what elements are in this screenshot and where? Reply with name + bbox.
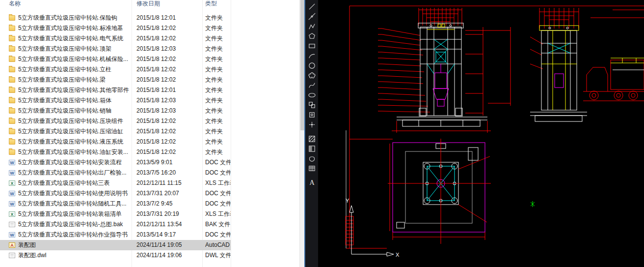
file-row[interactable]: 5立方级垂直式垃圾压缩中转站.销轴 2015/1/8 12:03 文件夹 — [0, 106, 231, 116]
file-name: 5立方级垂直式垃圾压缩中转站.机械保险... — [18, 54, 130, 64]
revision-cloud-icon[interactable] — [306, 70, 317, 80]
file-type: 文件夹 — [205, 33, 231, 44]
file-row[interactable]: 5立方级垂直式垃圾压缩中转站.机械保险... 2015/1/8 12:02 文件… — [0, 54, 231, 64]
file-row[interactable]: 5立方级垂直式垃圾压缩中转站.顶架 2015/1/8 12:03 文件夹 — [0, 44, 231, 54]
arc-icon[interactable] — [306, 51, 317, 60]
ucs-x-label: X — [396, 252, 400, 258]
file-type: 文件夹 — [205, 54, 231, 64]
file-type: XLS 工作表 — [205, 209, 231, 219]
file-type: 文件夹 — [205, 126, 231, 137]
file-name: 5立方级垂直式垃圾压缩中转站.其他零部件 — [18, 85, 130, 95]
column-header-name[interactable]: 名称 — [9, 0, 21, 8]
file-type: DWL 文件 — [205, 250, 231, 261]
file-row[interactable]: 5立方级垂直式垃圾压缩中转站.电气系统 2015/1/8 12:02 文件夹 — [0, 33, 231, 44]
plan-view — [388, 139, 491, 244]
drawing-frame — [346, 6, 644, 248]
scrollbar-thumb[interactable] — [300, 0, 304, 130]
file-type: 文件夹 — [205, 106, 231, 116]
file-row[interactable]: 5立方级垂直式垃圾压缩中转站.压块组件 2015/1/8 12:02 文件夹 — [0, 116, 231, 126]
point-icon[interactable] — [306, 119, 317, 129]
line-icon[interactable] — [306, 1, 317, 11]
folder-file-icon — [9, 98, 15, 103]
file-type: 文件夹 — [205, 137, 231, 147]
file-row[interactable]: 5立方级垂直式垃圾压缩中转站作业指导书 2013/5/14 9:17 DOC 文… — [0, 230, 231, 240]
file-row[interactable]: 5立方级垂直式垃圾压缩中转站.立柱 2015/1/8 12:02 文件夹 — [0, 64, 231, 75]
file-date: 2015/1/8 12:02 — [136, 137, 201, 147]
file-row[interactable]: 5立方级垂直式垃圾压缩中转站三表 2012/12/11 11:15 XLS 工作… — [0, 178, 231, 188]
cad-drawing: X Y — [318, 0, 644, 267]
file-type: 文件夹 — [205, 23, 231, 33]
region-icon[interactable] — [306, 153, 317, 163]
file-name: 装配图.dwl — [18, 250, 130, 261]
file-date: 2015/1/8 12:03 — [136, 44, 201, 54]
file-type: XLS 工作表 — [205, 178, 231, 188]
file-row[interactable]: 5立方级垂直式垃圾压缩中转站.其他零部件 2015/1/8 12:01 文件夹 — [0, 85, 231, 95]
file-row[interactable]: 5立方级垂直式垃圾压缩中转站.压缩油缸 2015/1/8 12:02 文件夹 — [0, 126, 231, 137]
file-name: 5立方级垂直式垃圾压缩中转站.压块组件 — [18, 116, 130, 126]
hatch-icon[interactable] — [306, 134, 317, 144]
file-row[interactable]: 5立方级垂直式垃圾压缩中转站出厂检验... 2013/7/5 16:20 DOC… — [0, 168, 231, 178]
file-type: BAK 文件 — [205, 219, 231, 230]
table-icon[interactable] — [306, 163, 317, 173]
file-type: DOC 文件 — [205, 157, 231, 168]
make-block-icon[interactable] — [306, 110, 317, 119]
file-row[interactable]: 5立方级垂直式垃圾压缩中转站-总图.bak 2012/12/11 13:54 B… — [0, 219, 231, 230]
file-type: 文件夹 — [205, 147, 231, 157]
file-row[interactable]: 5立方级垂直式垃圾压缩中转站.梁 2015/1/8 12:02 文件夹 — [0, 75, 231, 85]
ellipse-icon[interactable] — [306, 90, 317, 100]
gradient-icon[interactable] — [306, 144, 317, 153]
file-type: 文件夹 — [205, 116, 231, 126]
polygon-icon[interactable] — [306, 31, 317, 41]
spline-icon[interactable] — [306, 80, 317, 90]
file-name: 5立方级垂直式垃圾压缩中转站作业指导书 — [18, 230, 130, 240]
file-row[interactable]: 5立方级垂直式垃圾压缩中转站装箱清单 2013/7/31 20:19 XLS 工… — [0, 209, 231, 219]
file-row[interactable]: 5立方级垂直式垃圾压缩中转站.标准地基 2015/1/8 12:02 文件夹 — [0, 23, 231, 33]
file-row[interactable]: 5立方级垂直式垃圾压缩中转站.箱体 2015/1/8 12:03 文件夹 — [0, 95, 231, 106]
folder-file-icon — [9, 119, 15, 124]
file-date: 2013/5/9 9:01 — [136, 157, 201, 168]
file-date: 2013/7/31 20:07 — [136, 188, 201, 199]
file-row[interactable]: 5立方级垂直式垃圾压缩中转站.油缸安装... 2015/1/8 12:02 文件… — [0, 147, 231, 157]
file-type: DOC 文件 — [205, 188, 231, 199]
folder-file-icon — [9, 57, 15, 62]
column-header-date[interactable]: 修改日期 — [136, 0, 160, 8]
file-name: 5立方级垂直式垃圾压缩中转站使用说明书 — [18, 188, 130, 199]
file-name: 5立方级垂直式垃圾压缩中转站.标准地基 — [18, 23, 130, 33]
file-date: 2024/11/14 19:05 — [136, 240, 201, 250]
file-type: 文件夹 — [205, 13, 231, 23]
file-row[interactable]: 5立方级垂直式垃圾压缩中转站使用说明书 2013/7/31 20:07 DOC … — [0, 188, 231, 199]
folder-file-icon — [9, 77, 15, 83]
file-type: 文件夹 — [205, 95, 231, 106]
truck-outline — [583, 60, 644, 101]
rectangle-icon[interactable] — [306, 41, 317, 51]
file-name: 5立方级垂直式垃圾压缩中转站三表 — [18, 178, 130, 188]
file-row[interactable]: 5立方级垂直式垃圾压缩中转站.液压系统 2015/1/8 12:02 文件夹 — [0, 137, 231, 147]
circle-icon[interactable] — [306, 60, 317, 70]
file-row[interactable]: 装配图 2024/11/14 19:05 AutoCAD — [0, 240, 231, 250]
polyline-icon[interactable] — [306, 21, 317, 31]
file-name: 5立方级垂直式垃圾压缩中转站出厂检验... — [18, 168, 130, 178]
doc-file-icon — [9, 160, 15, 165]
file-row[interactable]: 5立方级垂直式垃圾压缩中转站安装流程 2013/5/9 9:01 DOC 文件 — [0, 157, 231, 168]
ucs-y-label: Y — [346, 198, 349, 204]
file-date: 2015/1/8 12:02 — [136, 75, 201, 85]
file-date: 2015/1/8 12:02 — [136, 33, 201, 44]
xls-file-icon — [9, 211, 15, 217]
file-row[interactable]: 装配图.dwl 2024/11/14 19:06 DWL 文件 — [0, 250, 231, 261]
cad-canvas[interactable]: X Y — [318, 0, 644, 267]
construction-line-icon[interactable] — [306, 11, 317, 21]
file-type: 文件夹 — [205, 64, 231, 75]
file-name: 5立方级垂直式垃圾压缩中转站.液压系统 — [18, 137, 130, 147]
folder-file-icon — [9, 129, 15, 134]
file-row[interactable]: 5立方级垂直式垃圾压缩中转站随机工具... 2013/7/2 9:45 DOC … — [0, 199, 231, 209]
insert-block-icon[interactable] — [306, 100, 317, 110]
file-name: 5立方级垂直式垃圾压缩中转站.保险钩 — [18, 13, 130, 23]
file-date: 2015/1/8 12:02 — [136, 126, 201, 137]
explorer-scrollbar[interactable] — [299, 0, 304, 267]
file-name: 装配图 — [18, 240, 130, 250]
mtext-icon[interactable]: A — [306, 178, 317, 187]
file-date: 2013/5/14 9:17 — [136, 230, 201, 240]
file-row[interactable]: 5立方级垂直式垃圾压缩中转站.保险钩 2015/1/8 12:01 文件夹 — [0, 13, 231, 23]
file-date: 2015/1/8 12:02 — [136, 64, 201, 75]
column-header-type[interactable]: 类型 — [205, 0, 217, 8]
